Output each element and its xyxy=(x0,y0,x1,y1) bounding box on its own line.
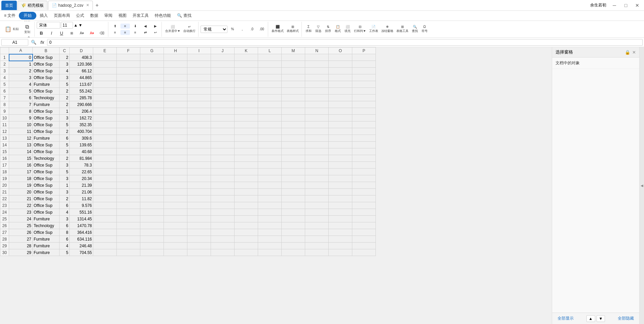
panel-lock-icon[interactable]: 🔒 xyxy=(625,50,630,55)
cell-empty[interactable] xyxy=(305,189,329,195)
cell-empty[interactable] xyxy=(211,115,235,121)
cell-empty[interactable] xyxy=(329,169,352,175)
cell-A11[interactable]: 10 xyxy=(9,121,33,128)
cell-C8[interactable]: 2 xyxy=(60,101,70,108)
cell-B13[interactable]: Furniture xyxy=(33,135,60,142)
col-header-G[interactable]: G xyxy=(140,47,164,54)
cell-empty[interactable] xyxy=(117,148,140,155)
cell-empty[interactable] xyxy=(117,121,140,128)
cell-empty[interactable] xyxy=(305,135,329,142)
cell-D25[interactable]: 1314.45 xyxy=(70,216,93,222)
cell-empty[interactable] xyxy=(352,162,376,169)
cell-empty[interactable] xyxy=(352,148,376,155)
menu-features[interactable]: 特色功能 xyxy=(152,11,174,20)
cell-empty[interactable] xyxy=(282,162,305,169)
row-col-button[interactable]: ⊟ 行和列▼ xyxy=(353,24,367,34)
row-number[interactable]: 30 xyxy=(0,249,9,256)
cell-empty[interactable] xyxy=(352,216,376,222)
cell-empty[interactable] xyxy=(187,195,211,202)
row-number[interactable]: 11 xyxy=(0,121,9,128)
cell-empty[interactable] xyxy=(305,101,329,108)
cell-empty[interactable] xyxy=(211,236,235,243)
cell-B10[interactable]: Office Sup xyxy=(33,115,60,121)
row-number[interactable]: 14 xyxy=(0,142,9,148)
tab-file[interactable]: 📄 hadoop_2.csv ✕ xyxy=(48,1,93,10)
cell-empty[interactable] xyxy=(187,128,211,135)
cell-empty[interactable] xyxy=(235,182,258,189)
cell-empty[interactable] xyxy=(211,182,235,189)
row-number[interactable]: 20 xyxy=(0,182,9,189)
cell-empty[interactable] xyxy=(140,243,164,249)
cell-empty[interactable] xyxy=(117,175,140,182)
row-number[interactable]: 27 xyxy=(0,229,9,236)
cell-empty[interactable] xyxy=(117,61,140,68)
row-number[interactable]: 16 xyxy=(0,155,9,162)
cell-empty[interactable] xyxy=(235,243,258,249)
minimize-button[interactable]: ─ xyxy=(609,1,620,10)
tab-template[interactable]: 🌾 稻壳模板 xyxy=(17,1,47,10)
cell-empty[interactable] xyxy=(282,209,305,216)
cell-empty[interactable] xyxy=(211,195,235,202)
cell-empty[interactable] xyxy=(93,142,117,148)
cell-empty[interactable] xyxy=(282,169,305,175)
cell-empty[interactable] xyxy=(258,222,282,229)
cell-empty[interactable] xyxy=(164,182,187,189)
row-number[interactable]: 22 xyxy=(0,195,9,202)
formula-input[interactable] xyxy=(47,39,643,46)
cell-D12[interactable]: 400.704 xyxy=(70,128,93,135)
decimal-dec-button[interactable]: .00 xyxy=(257,27,266,32)
cell-empty[interactable] xyxy=(140,61,164,68)
cell-D6[interactable]: 55.242 xyxy=(70,88,93,95)
cell-B16[interactable]: Technology xyxy=(33,155,60,162)
copy-button[interactable]: ⧉ 复制 xyxy=(21,24,33,35)
cell-empty[interactable] xyxy=(211,155,235,162)
cell-D14[interactable]: 139.65 xyxy=(70,142,93,148)
cell-D11[interactable]: 352.35 xyxy=(70,121,93,128)
cell-empty[interactable] xyxy=(93,243,117,249)
panel-close-button[interactable]: ✕ xyxy=(632,50,636,55)
cell-C27[interactable]: 8 xyxy=(60,229,70,236)
cell-empty[interactable] xyxy=(235,229,258,236)
cell-empty[interactable] xyxy=(164,209,187,216)
row-number[interactable]: 21 xyxy=(0,189,9,195)
cell-empty[interactable] xyxy=(140,108,164,115)
cell-B17[interactable]: Office Sup xyxy=(33,162,60,169)
nav-down-button[interactable]: ▼ xyxy=(597,315,605,322)
cell-empty[interactable] xyxy=(235,68,258,74)
cell-empty[interactable] xyxy=(164,74,187,81)
menu-insert[interactable]: 插入 xyxy=(37,11,50,20)
cell-empty[interactable] xyxy=(117,108,140,115)
cell-A21[interactable]: 20 xyxy=(9,189,33,195)
cell-B9[interactable]: Office Sup xyxy=(33,108,60,115)
cell-empty[interactable] xyxy=(329,128,352,135)
cell-empty[interactable] xyxy=(93,169,117,175)
filter-button[interactable]: ▽ 筛选 xyxy=(314,24,323,34)
cell-empty[interactable] xyxy=(235,121,258,128)
cell-empty[interactable] xyxy=(140,101,164,108)
cell-D24[interactable]: 551.16 xyxy=(70,209,93,216)
cell-empty[interactable] xyxy=(211,229,235,236)
cell-empty[interactable] xyxy=(235,189,258,195)
cell-empty[interactable] xyxy=(329,243,352,249)
cell-empty[interactable] xyxy=(93,182,117,189)
cell-empty[interactable] xyxy=(93,175,117,182)
cell-empty[interactable] xyxy=(117,169,140,175)
cell-C15[interactable]: 3 xyxy=(60,148,70,155)
cell-empty[interactable] xyxy=(352,182,376,189)
cell-empty[interactable] xyxy=(117,74,140,81)
cell-empty[interactable] xyxy=(140,175,164,182)
cell-D19[interactable]: 20.34 xyxy=(70,175,93,182)
cell-D10[interactable]: 162.72 xyxy=(70,115,93,121)
cell-empty[interactable] xyxy=(282,121,305,128)
cell-empty[interactable] xyxy=(329,135,352,142)
cell-empty[interactable] xyxy=(329,189,352,195)
cell-empty[interactable] xyxy=(329,216,352,222)
cell-empty[interactable] xyxy=(329,155,352,162)
table-tools-button[interactable]: ⊞ 表格工具 xyxy=(395,24,410,34)
cell-empty[interactable] xyxy=(282,175,305,182)
cell-empty[interactable] xyxy=(117,243,140,249)
cell-A5[interactable]: 4 xyxy=(9,81,33,88)
cell-empty[interactable] xyxy=(258,229,282,236)
add-tab-button[interactable]: + xyxy=(94,2,101,8)
cell-empty[interactable] xyxy=(140,121,164,128)
